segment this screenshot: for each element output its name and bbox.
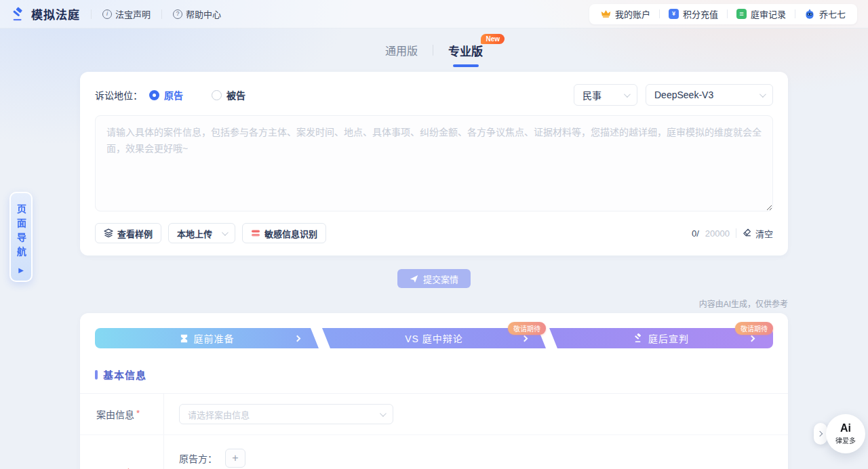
view-sample-button[interactable]: 查看样例 bbox=[95, 223, 161, 243]
account-pill: 我的账户 积分充值 庭审记录 乔七七 bbox=[589, 4, 857, 24]
case-reason-placeholder: 请选择案由信息 bbox=[188, 408, 250, 421]
radio-plaintiff[interactable]: 原告 bbox=[149, 88, 183, 102]
add-plaintiff-button[interactable]: + bbox=[225, 449, 245, 468]
paper-plane-icon bbox=[410, 274, 418, 283]
case-input-card: 诉讼地位： 原告 被告 民事 DeepSeek-V3 bbox=[80, 72, 788, 256]
chevron-down-icon bbox=[760, 91, 766, 98]
tab-pro-label: 专业版 bbox=[448, 45, 483, 58]
app-logo[interactable]: 模拟法庭 bbox=[11, 5, 80, 22]
nav-help-center[interactable]: 帮助中心 bbox=[173, 7, 221, 20]
local-upload-dropdown[interactable]: 本地上传 bbox=[168, 223, 235, 243]
radio-unselected-icon[interactable] bbox=[212, 90, 222, 100]
view-sample-label: 查看样例 bbox=[117, 227, 153, 240]
case-reason-row: 案由信息 * 请选择案由信息 bbox=[80, 394, 788, 435]
trial-records-button[interactable]: 庭审记录 bbox=[728, 7, 795, 20]
points-recharge-button[interactable]: 积分充值 bbox=[660, 7, 727, 20]
my-account-button[interactable]: 我的账户 bbox=[592, 7, 659, 20]
case-detail-textarea[interactable] bbox=[95, 115, 773, 211]
page-nav-label: 页面导航 bbox=[14, 204, 28, 261]
submit-label: 提交案情 bbox=[423, 272, 458, 285]
case-reason-label: 案由信息 * bbox=[80, 394, 164, 434]
username-label: 乔七七 bbox=[819, 7, 846, 20]
section-accent-bar bbox=[95, 370, 98, 380]
party-label: 当事人 * bbox=[80, 435, 164, 469]
case-type-value: 民事 bbox=[583, 88, 601, 102]
eraser-icon bbox=[743, 228, 752, 238]
robot-avatar-icon bbox=[804, 9, 815, 20]
gavel-logo-icon bbox=[11, 7, 26, 22]
question-icon bbox=[173, 9, 182, 19]
required-asterisk: * bbox=[127, 466, 130, 469]
user-profile-button[interactable]: 乔七七 bbox=[795, 7, 854, 20]
nav-help-label: 帮助中心 bbox=[186, 7, 221, 20]
chevron-right-icon bbox=[294, 335, 301, 342]
page-navigation-toggle[interactable]: 页面导航 ▶ bbox=[9, 192, 33, 282]
plaintiff-label: 原告 bbox=[164, 88, 183, 102]
chevron-right-icon bbox=[521, 335, 528, 342]
coming-soon-badge: 敬请期待 bbox=[508, 322, 546, 335]
hourglass-icon bbox=[180, 334, 189, 343]
version-tabs: 通用版 专业版 New bbox=[0, 28, 868, 61]
ai-assistant-name: 律爱多 bbox=[835, 435, 856, 445]
chevron-down-icon bbox=[624, 91, 631, 98]
assistant-collapse-tab[interactable] bbox=[814, 423, 827, 445]
trial-stages-card: 庭前准备 VS 庭中辩论 敬请期待 bbox=[80, 313, 788, 469]
divider bbox=[91, 9, 92, 19]
ai-assistant-title: Ai bbox=[840, 423, 851, 434]
stage-verdict-label: 庭后宣判 bbox=[648, 331, 689, 345]
new-badge: New bbox=[481, 34, 505, 44]
layers-icon bbox=[104, 228, 113, 238]
crown-icon bbox=[601, 9, 611, 19]
gavel-icon bbox=[633, 333, 643, 343]
triangle-right-icon: ▶ bbox=[18, 266, 24, 274]
plus-icon: + bbox=[232, 452, 238, 464]
char-count: 0/ bbox=[692, 228, 699, 239]
case-type-select[interactable]: 民事 bbox=[574, 84, 637, 106]
points-icon bbox=[669, 9, 679, 19]
clear-label: 清空 bbox=[755, 227, 773, 240]
nav-statement[interactable]: 法宝声明 bbox=[102, 7, 151, 20]
coming-soon-badge: 敬请期待 bbox=[735, 322, 773, 335]
tab-general-version[interactable]: 通用版 bbox=[385, 42, 418, 58]
sensitive-info-detect-button[interactable]: 敏感信息识别 bbox=[242, 223, 326, 243]
sensitive-detect-label: 敏感信息识别 bbox=[264, 227, 317, 240]
record-icon bbox=[736, 9, 747, 19]
model-select[interactable]: DeepSeek-V3 bbox=[646, 84, 773, 106]
clear-button[interactable]: 清空 bbox=[743, 227, 773, 240]
points-label: 积分充值 bbox=[683, 7, 718, 20]
local-upload-label: 本地上传 bbox=[177, 227, 212, 240]
tab-pro-version[interactable]: 专业版 New bbox=[448, 42, 483, 59]
divider bbox=[161, 9, 162, 19]
basic-info-section-title: 基本信息 bbox=[103, 367, 146, 382]
records-label: 庭审记录 bbox=[751, 7, 786, 20]
divider bbox=[433, 45, 433, 56]
stage-debate-label: VS 庭中辩论 bbox=[405, 331, 463, 345]
radio-selected-icon[interactable] bbox=[149, 90, 159, 100]
litigation-position-label: 诉讼地位： bbox=[95, 88, 142, 102]
party-row: 当事人 * 原告方： + bbox=[80, 435, 788, 469]
my-account-label: 我的账户 bbox=[615, 7, 650, 20]
required-asterisk: * bbox=[136, 408, 140, 418]
chevron-right-icon bbox=[817, 431, 823, 436]
stage-pretrial-button[interactable]: 庭前准备 bbox=[95, 328, 319, 348]
chevron-right-icon bbox=[749, 335, 755, 342]
info-icon bbox=[102, 9, 112, 19]
chevron-down-icon bbox=[380, 410, 387, 417]
scan-bars-icon bbox=[251, 228, 260, 238]
submit-case-button[interactable]: 提交案情 bbox=[397, 269, 471, 288]
top-header: 模拟法庭 法宝声明 帮助中心 我的账户 积分充值 庭审记录 bbox=[0, 0, 868, 28]
divider bbox=[736, 228, 736, 238]
ai-disclaimer: 内容由AI生成，仅供参考 bbox=[80, 298, 788, 309]
ai-assistant-button[interactable]: Ai 律爱多 bbox=[826, 414, 865, 453]
radio-defendant[interactable]: 被告 bbox=[212, 88, 245, 102]
case-reason-select[interactable]: 请选择案由信息 bbox=[179, 404, 393, 424]
plaintiff-side-label: 原告方： bbox=[179, 451, 217, 465]
char-limit: 20000 bbox=[705, 228, 730, 239]
model-value: DeepSeek-V3 bbox=[654, 89, 713, 100]
defendant-label: 被告 bbox=[226, 88, 245, 102]
app-title: 模拟法庭 bbox=[31, 5, 80, 22]
stage-pretrial-label: 庭前准备 bbox=[194, 331, 235, 345]
nav-statement-label: 法宝声明 bbox=[115, 7, 151, 20]
chevron-down-icon bbox=[222, 229, 229, 236]
